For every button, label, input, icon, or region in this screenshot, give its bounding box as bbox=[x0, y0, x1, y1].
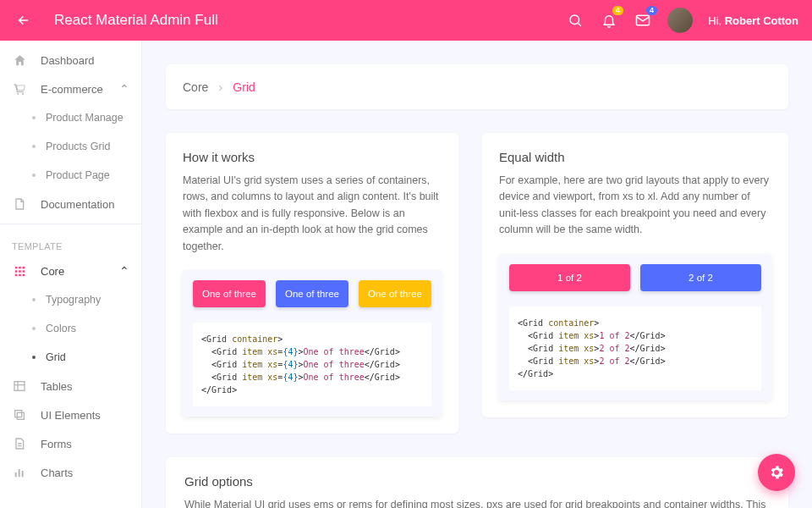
sidebar-item-label: E-commerce bbox=[41, 83, 106, 96]
sidebar-item-forms[interactable]: Forms bbox=[0, 429, 141, 458]
main-content[interactable]: Core › Grid How it works Material UI's g… bbox=[142, 41, 812, 508]
sidebar-sub-products-grid[interactable]: Products Grid bbox=[0, 132, 141, 161]
sidebar-item-ui-elements[interactable]: UI Elements bbox=[0, 400, 141, 429]
demo-box: 1 of 2 2 of 2 <Grid container> <Grid ite… bbox=[499, 254, 771, 400]
sidebar-sub-grid[interactable]: Grid bbox=[0, 343, 141, 372]
card-body: While Material UI grid uses ems or rems … bbox=[184, 497, 770, 508]
svg-rect-10 bbox=[22, 273, 25, 276]
greeting: Hi, Robert Cotton bbox=[708, 14, 798, 27]
card-title: How it works bbox=[183, 150, 442, 164]
sidebar-sub-product-manage[interactable]: Product Manage bbox=[0, 103, 141, 132]
svg-rect-4 bbox=[22, 266, 25, 268]
demo-grid-row: One of three One of three One of three bbox=[193, 280, 431, 307]
sidebar: Dashboard E-commerce ⌃ Product Manage Pr… bbox=[0, 41, 142, 508]
grid-cell: One of three bbox=[276, 280, 348, 307]
search-icon bbox=[568, 13, 583, 28]
svg-rect-2 bbox=[14, 266, 17, 268]
app-title: React Material Admin Full bbox=[54, 12, 566, 29]
card-title: Equal width bbox=[499, 150, 771, 164]
sidebar-item-charts[interactable]: Charts bbox=[0, 458, 141, 487]
code-block: <Grid container> <Grid item xs>1 of 2</G… bbox=[509, 306, 761, 390]
sidebar-item-label: Core bbox=[41, 265, 106, 278]
code-block: <Grid container> <Grid item xs={4}>One o… bbox=[193, 323, 431, 406]
svg-rect-9 bbox=[19, 273, 21, 276]
cart-icon bbox=[12, 81, 27, 97]
svg-rect-5 bbox=[14, 270, 17, 273]
svg-rect-11 bbox=[14, 382, 25, 391]
sidebar-sub-label: Product Manage bbox=[46, 112, 123, 124]
header-actions: 4 4 Hi, Robert Cotton bbox=[566, 8, 798, 33]
sidebar-item-label: Forms bbox=[41, 438, 129, 450]
dot-icon bbox=[32, 298, 36, 301]
gear-icon bbox=[768, 464, 785, 481]
chevron-up-icon: ⌃ bbox=[119, 82, 129, 96]
sidebar-sub-label: Colors bbox=[46, 323, 76, 334]
svg-rect-16 bbox=[22, 471, 24, 477]
svg-rect-6 bbox=[19, 270, 21, 273]
dot-icon bbox=[32, 356, 36, 359]
dot-icon bbox=[32, 145, 36, 148]
sidebar-item-tables[interactable]: Tables bbox=[0, 372, 141, 400]
grid-cell: 2 of 2 bbox=[640, 264, 761, 291]
bell-icon bbox=[601, 13, 617, 28]
breadcrumb: Core › Grid bbox=[166, 64, 788, 109]
card-equal-width: Equal width For example, here are two gr… bbox=[482, 133, 788, 417]
table-icon bbox=[12, 378, 27, 394]
avatar[interactable] bbox=[667, 8, 693, 33]
svg-rect-13 bbox=[17, 412, 24, 419]
demo-box: One of three One of three One of three <… bbox=[183, 270, 442, 417]
notifications-button[interactable]: 4 bbox=[600, 11, 618, 30]
svg-point-0 bbox=[570, 15, 579, 25]
svg-rect-12 bbox=[15, 411, 22, 417]
dot-icon bbox=[32, 116, 36, 119]
sidebar-item-ecommerce[interactable]: E-commerce ⌃ bbox=[0, 75, 141, 103]
form-icon bbox=[12, 436, 27, 451]
svg-rect-14 bbox=[15, 472, 17, 477]
arrow-left-icon bbox=[16, 13, 31, 28]
svg-rect-8 bbox=[14, 273, 17, 276]
search-button[interactable] bbox=[566, 11, 584, 30]
dot-icon bbox=[32, 327, 36, 330]
sidebar-sub-typography[interactable]: Typography bbox=[0, 285, 141, 314]
sidebar-item-core[interactable]: Core ⌃ bbox=[0, 257, 141, 285]
sidebar-sub-label: Products Grid bbox=[46, 141, 110, 152]
grid-icon bbox=[12, 263, 27, 279]
svg-rect-15 bbox=[19, 469, 20, 477]
breadcrumb-current: Grid bbox=[233, 80, 255, 94]
mail-button[interactable]: 4 bbox=[634, 11, 652, 30]
mail-badge: 4 bbox=[646, 6, 657, 15]
settings-fab[interactable] bbox=[758, 454, 795, 491]
breadcrumb-root[interactable]: Core bbox=[183, 80, 208, 94]
card-title: Grid options bbox=[184, 474, 770, 489]
app-header: React Material Admin Full 4 4 Hi, Robert… bbox=[0, 0, 812, 41]
card-body: For example, here are two grid layouts t… bbox=[499, 173, 771, 239]
card-how-it-works: How it works Material UI's grid system u… bbox=[166, 133, 458, 433]
sidebar-item-label: Charts bbox=[41, 467, 129, 479]
sidebar-sub-product-page[interactable]: Product Page bbox=[0, 161, 141, 190]
chevron-up-icon: ⌃ bbox=[119, 264, 129, 278]
dot-icon bbox=[32, 174, 36, 177]
home-icon bbox=[12, 52, 27, 68]
sidebar-item-label: Tables bbox=[41, 380, 129, 393]
sidebar-item-label: Documentation bbox=[41, 198, 129, 211]
grid-cell: 1 of 2 bbox=[509, 264, 630, 291]
sidebar-sub-label: Grid bbox=[46, 351, 66, 363]
svg-rect-3 bbox=[19, 266, 21, 268]
sidebar-item-label: UI Elements bbox=[41, 409, 129, 422]
sidebar-item-dashboard[interactable]: Dashboard bbox=[0, 46, 141, 75]
card-grid-options: Grid options While Material UI grid uses… bbox=[166, 457, 788, 508]
chevron-right-icon: › bbox=[218, 80, 222, 94]
chart-icon bbox=[12, 465, 27, 480]
sidebar-sub-label: Typography bbox=[46, 294, 101, 306]
sidebar-section-template: TEMPLATE bbox=[0, 229, 141, 257]
card-body: Material UI's grid system uses a series … bbox=[183, 173, 442, 255]
sidebar-item-documentation[interactable]: Documentation bbox=[0, 190, 141, 218]
notifications-badge: 4 bbox=[612, 6, 623, 15]
sidebar-sub-label: Product Page bbox=[46, 169, 110, 181]
sidebar-sub-colors[interactable]: Colors bbox=[0, 314, 141, 343]
document-icon bbox=[12, 196, 27, 212]
sidebar-item-label: Dashboard bbox=[41, 54, 129, 67]
layers-icon bbox=[12, 407, 27, 422]
grid-cell: One of three bbox=[359, 280, 431, 307]
back-button[interactable] bbox=[14, 10, 34, 30]
